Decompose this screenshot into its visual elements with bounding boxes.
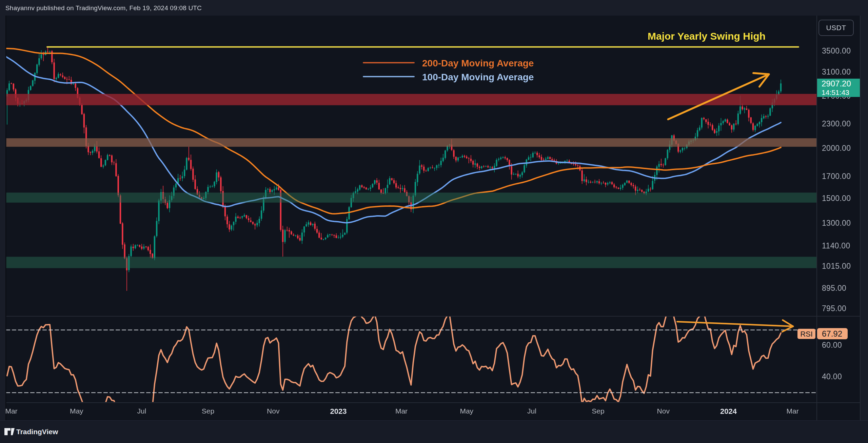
time-axis-label: May (70, 407, 83, 415)
time-axis-label: 2024 (720, 407, 737, 416)
swing-high-annotation[interactable]: Major Yearly Swing High (648, 31, 766, 42)
price-axis-label: 2000.00 (822, 144, 851, 153)
publish-bar: Shayannv published on TradingView.com, F… (5, 0, 202, 16)
rsi-axis-label: 60.00 (822, 341, 842, 350)
tradingview-published-chart: Shayannv published on TradingView.com, F… (0, 0, 868, 443)
price-axis-label: 1700.00 (822, 172, 851, 181)
rsi-value-badge: 67.92 (817, 328, 848, 339)
currency-button[interactable]: USDT (818, 20, 854, 36)
price-axis-label: 2300.00 (822, 119, 851, 128)
ma100-legend-swatch (363, 76, 415, 77)
time-axis-label: Mar (787, 407, 799, 415)
price-axis-label: 895.00 (822, 284, 846, 293)
time-axis-label: May (460, 407, 473, 415)
time-axis-label: Mar (5, 407, 17, 415)
tradingview-brand[interactable]: TradingView (16, 428, 58, 436)
price-axis-label: 1015.00 (822, 262, 851, 271)
ma200-legend-swatch (363, 62, 415, 63)
ma100-legend-label[interactable]: 100-Day Moving Average (422, 72, 534, 83)
rsi-axis-label: 40.00 (822, 372, 842, 381)
time-axis-label: Sep (592, 407, 604, 415)
time-axis-label: Jul (527, 407, 536, 415)
time-axis-label: Jul (137, 407, 146, 415)
price-axis-label: 1500.00 (822, 194, 851, 203)
time-axis-label: Sep (202, 407, 214, 415)
time-axis-label: Nov (267, 407, 279, 415)
time-axis-label: Nov (657, 407, 670, 415)
footer-bar: TradingView (0, 420, 868, 443)
price-axis-label: 3500.00 (822, 46, 851, 56)
last-price-value: 2907.20 (817, 79, 860, 88)
price-axis-label: 1140.00 (822, 241, 850, 250)
tradingview-logo-icon[interactable] (4, 428, 15, 435)
time-axis-label: Mar (395, 407, 408, 415)
rsi-indicator-badge: RSI (797, 329, 815, 339)
time-axis-label: 2023 (330, 407, 347, 416)
price-axis-label: 3100.00 (822, 67, 851, 77)
ma200-legend-label[interactable]: 200-Day Moving Average (422, 58, 534, 69)
countdown-timer: 14:51:43 (817, 88, 860, 97)
price-axis-label: 1300.00 (822, 219, 851, 228)
last-price-badge: 2907.20 14:51:43 (817, 79, 860, 97)
price-axis-label: 795.00 (822, 304, 846, 313)
publish-text: Shayannv published on TradingView.com, F… (5, 4, 202, 12)
